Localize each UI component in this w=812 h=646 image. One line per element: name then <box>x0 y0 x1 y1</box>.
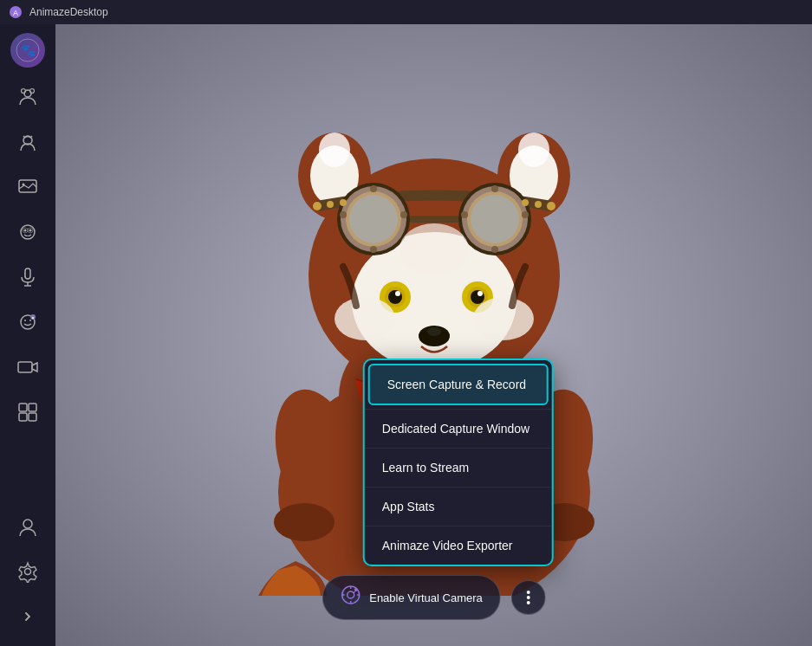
sidebar: 🐾 <box>0 24 55 646</box>
dedicated-window-label: Dedicated Capture Window <box>382 422 529 436</box>
sidebar-item-settings[interactable] <box>7 551 49 592</box>
svg-point-69 <box>400 223 469 275</box>
svg-rect-8 <box>19 180 36 192</box>
camera-icon <box>340 585 361 610</box>
screen-capture-label: Screen Capture & Record <box>387 378 526 391</box>
svg-point-62 <box>491 246 498 253</box>
svg-rect-27 <box>29 404 36 411</box>
svg-point-77 <box>477 291 483 296</box>
svg-point-81 <box>427 327 441 336</box>
svg-point-73 <box>395 291 400 296</box>
svg-rect-25 <box>18 362 32 372</box>
svg-point-67 <box>535 201 542 208</box>
svg-rect-28 <box>19 413 27 421</box>
svg-point-91 <box>527 591 530 594</box>
virtual-camera-label: Enable Virtual Camera <box>369 591 483 604</box>
svg-point-46 <box>518 132 549 167</box>
video-exporter-label: Animaze Video Exporter <box>382 539 513 552</box>
svg-point-53 <box>370 185 377 192</box>
svg-point-66 <box>522 199 529 206</box>
sidebar-item-emotes[interactable]: ♥ <box>7 301 49 343</box>
svg-point-52 <box>400 211 407 218</box>
svg-point-51 <box>340 211 347 218</box>
sidebar-logo[interactable]: 🐾 <box>10 33 45 68</box>
sidebar-item-avatar[interactable] <box>7 76 49 118</box>
svg-point-9 <box>23 184 25 186</box>
svg-rect-29 <box>29 413 36 421</box>
bottom-bar: Enable Virtual Camera Screen Capture & R… <box>322 575 546 620</box>
dropdown-item-dedicated-window[interactable]: Dedicated Capture Window <box>365 409 552 448</box>
main-content: ♛ ♛ ♛ ♛ <box>55 24 812 646</box>
app-icon: A <box>9 5 23 19</box>
dropdown-item-video-exporter[interactable]: Animaze Video Exporter <box>365 526 552 565</box>
svg-text:A: A <box>13 9 18 17</box>
svg-point-21 <box>24 320 26 321</box>
dropdown-item-screen-capture[interactable]: Screen Capture & Record <box>368 364 549 405</box>
svg-rect-15 <box>25 268 30 279</box>
svg-point-11 <box>24 229 27 232</box>
virtual-camera-button[interactable]: Enable Virtual Camera <box>322 575 501 620</box>
svg-point-50 <box>349 195 398 243</box>
sidebar-bottom <box>7 506 49 637</box>
more-dots-icon <box>520 589 537 606</box>
sidebar-item-scenes[interactable] <box>7 166 49 208</box>
svg-point-58 <box>471 195 519 243</box>
svg-point-65 <box>340 199 347 206</box>
more-options-button[interactable]: Screen Capture & Record Dedicated Captur… <box>511 580 546 615</box>
svg-point-61 <box>491 185 498 192</box>
title-bar-text: AnimazeDesktop <box>29 6 108 18</box>
svg-text:♥: ♥ <box>32 315 35 320</box>
sidebar-item-profile[interactable] <box>7 506 49 547</box>
svg-point-30 <box>23 520 32 528</box>
svg-point-93 <box>527 601 530 604</box>
svg-rect-26 <box>19 404 27 411</box>
svg-point-64 <box>327 201 334 208</box>
sidebar-item-face[interactable] <box>7 211 49 253</box>
dropdown-item-app-stats[interactable]: App Stats <box>365 487 552 526</box>
svg-point-86 <box>274 503 335 541</box>
svg-point-89 <box>347 591 354 598</box>
character-area: ♛ ♛ ♛ ♛ <box>55 24 812 646</box>
svg-point-92 <box>527 596 530 599</box>
svg-point-60 <box>522 211 529 218</box>
sidebar-item-assets[interactable] <box>7 391 49 433</box>
svg-point-82 <box>335 297 395 340</box>
svg-point-68 <box>547 202 555 210</box>
sidebar-item-characters[interactable] <box>7 121 49 163</box>
svg-point-54 <box>370 246 377 253</box>
svg-point-72 <box>388 290 402 304</box>
svg-point-12 <box>29 229 32 232</box>
sidebar-item-record[interactable] <box>7 346 49 388</box>
svg-point-45 <box>319 132 350 167</box>
svg-point-90 <box>354 588 357 591</box>
sidebar-item-expand[interactable] <box>7 596 49 637</box>
svg-point-83 <box>473 297 534 340</box>
svg-point-59 <box>461 211 468 218</box>
dropdown-item-learn-stream[interactable]: Learn to Stream <box>365 448 552 487</box>
learn-stream-label: Learn to Stream <box>382 461 469 475</box>
svg-point-31 <box>25 569 31 575</box>
dropdown-menu: Screen Capture & Record Dedicated Captur… <box>363 359 554 566</box>
title-bar: A AnimazeDesktop <box>0 0 812 24</box>
svg-point-76 <box>471 290 484 304</box>
svg-point-63 <box>313 202 322 210</box>
app-stats-label: App Stats <box>382 500 435 514</box>
svg-text:🐾: 🐾 <box>21 43 36 58</box>
sidebar-item-voice[interactable] <box>7 256 49 298</box>
